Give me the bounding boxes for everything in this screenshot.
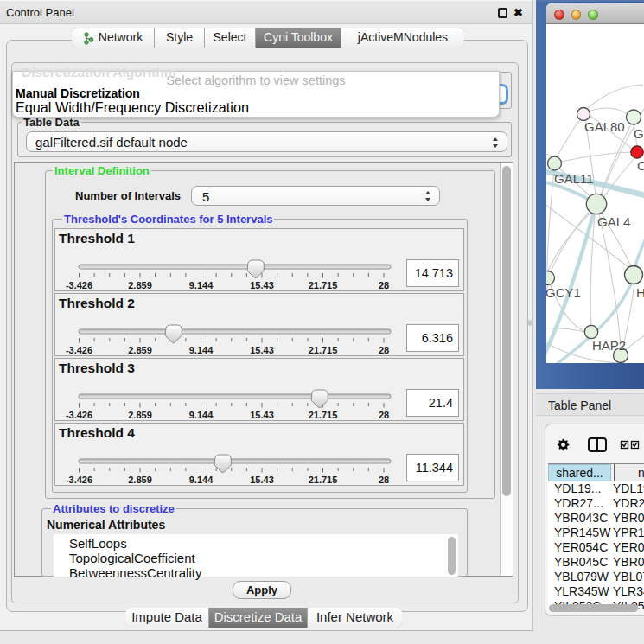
svg-text:GA: GA: [634, 126, 644, 141]
svg-text:-3.426: -3.426: [66, 475, 92, 485]
svg-text:28: 28: [379, 410, 389, 420]
svg-text:9.144: 9.144: [189, 280, 214, 290]
svg-text:2.859: 2.859: [128, 345, 152, 355]
svg-text:28: 28: [379, 280, 389, 290]
svg-text:HAP2: HAP2: [592, 338, 626, 353]
svg-text:21.715: 21.715: [309, 280, 338, 290]
svg-text:GCY1: GCY1: [546, 285, 581, 300]
svg-text:2.859: 2.859: [128, 280, 152, 290]
svg-text:9.144: 9.144: [189, 345, 214, 355]
svg-text:15.43: 15.43: [250, 345, 274, 355]
svg-text:GAL80: GAL80: [584, 119, 625, 134]
svg-text:-3.426: -3.426: [66, 280, 92, 290]
svg-text:2.859: 2.859: [128, 475, 152, 485]
svg-text:21.715: 21.715: [309, 475, 338, 485]
svg-text:-3.426: -3.426: [66, 410, 92, 420]
svg-text:9.144: 9.144: [189, 410, 214, 420]
svg-text:15.43: 15.43: [250, 410, 274, 420]
svg-text:2.859: 2.859: [128, 410, 152, 420]
svg-text:CD: CD: [637, 158, 644, 173]
svg-text:28: 28: [379, 475, 389, 485]
svg-text:GAL4: GAL4: [597, 214, 630, 229]
svg-text:15.43: 15.43: [250, 475, 274, 485]
svg-text:28: 28: [379, 345, 389, 355]
svg-text:9.144: 9.144: [189, 475, 214, 485]
svg-text:-3.426: -3.426: [66, 345, 92, 355]
svg-text:GAL11: GAL11: [554, 171, 594, 186]
svg-text:21.715: 21.715: [309, 410, 338, 420]
svg-text:21.715: 21.715: [309, 345, 338, 355]
svg-text:15.43: 15.43: [250, 280, 274, 290]
svg-text:HI: HI: [636, 285, 644, 300]
